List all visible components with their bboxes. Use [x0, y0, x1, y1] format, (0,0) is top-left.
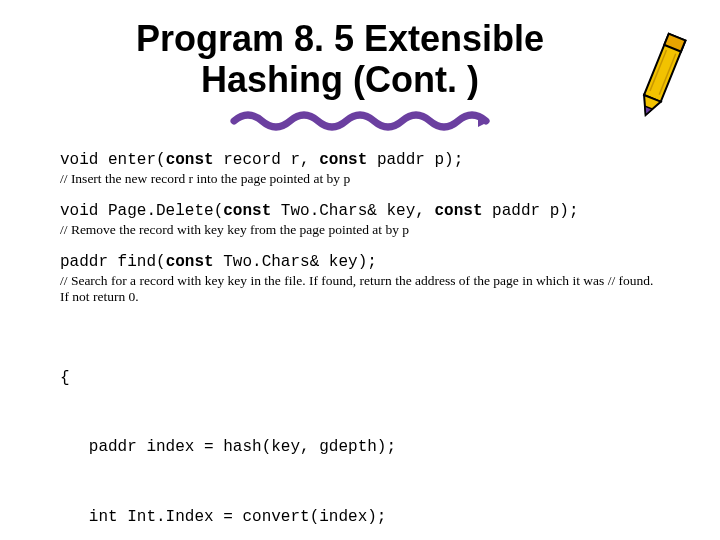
comment-find: // Search for a record with key key in t… [60, 273, 660, 307]
comment-page-delete: // Remove the record with key key from t… [60, 222, 660, 239]
comment-enter: // Insert the new record r into the page… [60, 171, 660, 188]
keyword-const: const [223, 202, 271, 220]
keyword-const: const [166, 253, 214, 271]
underline-squiggle-icon [230, 107, 490, 131]
code-text: Two.Chars& key, [271, 202, 434, 220]
keyword-const: const [319, 151, 367, 169]
code-block: { paddr index = hash(key, gdepth); int I… [60, 320, 660, 540]
code-line: int Int.Index = convert(index); [60, 506, 660, 529]
code-text: paddr p); [483, 202, 579, 220]
code-text: record r, [214, 151, 320, 169]
code-text: Two.Chars& key); [214, 253, 377, 271]
code-line: { [60, 367, 660, 390]
code-text: void Page.Delete( [60, 202, 223, 220]
code-text: void enter( [60, 151, 166, 169]
function-signature-find: paddr find(const Two.Chars& key); [60, 253, 660, 271]
slide-title: Program 8. 5 Extensible Hashing (Cont. ) [60, 18, 660, 101]
code-line: paddr index = hash(key, gdepth); [60, 436, 660, 459]
function-signature-enter: void enter(const record r, const paddr p… [60, 151, 660, 169]
slide: Program 8. 5 Extensible Hashing (Cont. )… [0, 0, 720, 540]
code-text: paddr find( [60, 253, 166, 271]
keyword-const: const [434, 202, 482, 220]
crayon-icon [626, 28, 696, 126]
function-signature-page-delete: void Page.Delete(const Two.Chars& key, c… [60, 202, 660, 220]
keyword-const: const [166, 151, 214, 169]
code-text: paddr p); [367, 151, 463, 169]
